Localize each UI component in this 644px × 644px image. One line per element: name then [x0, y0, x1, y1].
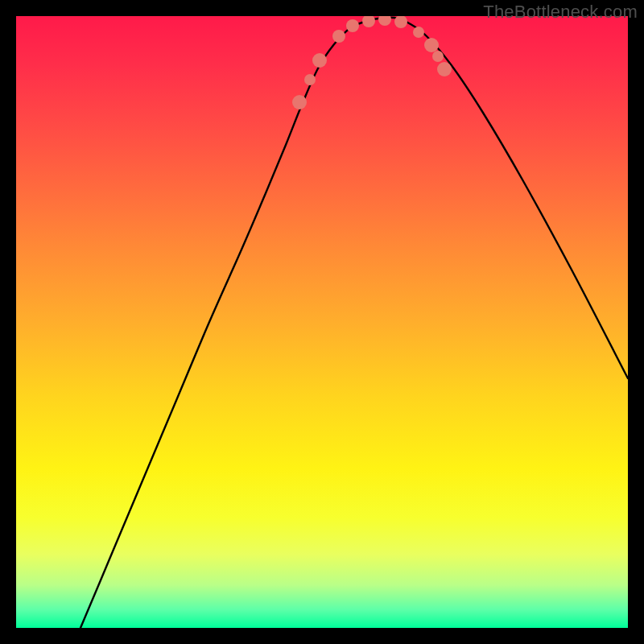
curve-markers	[292, 16, 452, 109]
curve-marker	[346, 19, 359, 32]
curve-marker	[362, 16, 375, 27]
curve-marker	[424, 38, 439, 52]
bottleneck-curve-svg	[16, 16, 628, 628]
curve-marker	[413, 27, 424, 38]
chart-plot-area	[16, 16, 628, 628]
curve-marker	[332, 30, 345, 43]
curve-marker	[437, 62, 452, 76]
curve-marker	[432, 51, 444, 62]
bottleneck-curve	[80, 18, 628, 628]
curve-marker	[394, 16, 407, 28]
watermark-text: TheBottleneck.com	[483, 2, 638, 23]
curve-marker	[304, 74, 316, 85]
curve-marker	[378, 16, 391, 26]
curve-marker	[292, 95, 307, 109]
curve-marker	[312, 53, 327, 68]
